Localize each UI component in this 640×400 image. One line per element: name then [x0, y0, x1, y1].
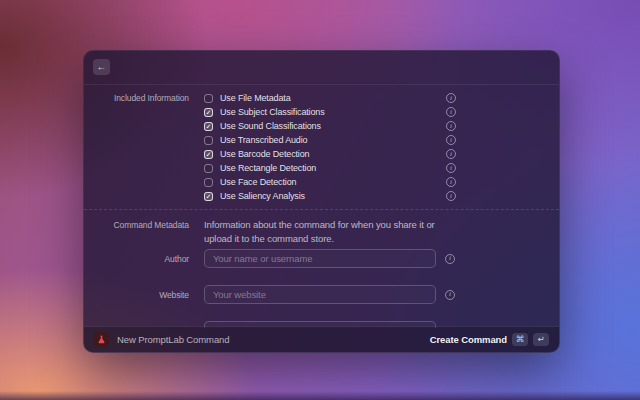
footer-actions: Create Command ⌘ ↵	[430, 333, 549, 346]
header-divider	[84, 84, 559, 85]
info-icon[interactable]: i	[446, 135, 456, 145]
section-divider	[84, 209, 559, 210]
info-glyph: i	[450, 95, 452, 102]
info-icon[interactable]: i	[446, 163, 456, 173]
checkmark-icon: ✓	[206, 123, 212, 130]
info-icon[interactable]: i	[446, 121, 456, 131]
checkbox[interactable]	[204, 164, 213, 173]
checkbox[interactable]: ✓	[204, 150, 213, 159]
desktop-background: ← Included Information Use File Metadata…	[0, 0, 640, 400]
checkmark-icon: ✓	[206, 193, 212, 200]
description-line: upload it to the command store.	[204, 232, 466, 246]
checkbox-row[interactable]: Use Face Detection i	[204, 175, 456, 189]
checkbox-label: Use Saliency Analysis	[220, 191, 446, 201]
info-glyph: i	[450, 165, 452, 172]
checkbox-row[interactable]: Use File Metadata i	[204, 91, 456, 105]
checkbox-row[interactable]: Use Rectangle Detection i	[204, 161, 456, 175]
included-information-group: Use File Metadata i ✓ Use Subject Classi…	[204, 91, 456, 203]
checkbox-row[interactable]: Use Transcribed Audio i	[204, 133, 456, 147]
checkbox-label: Use Face Detection	[220, 177, 446, 187]
info-glyph: i	[450, 193, 452, 200]
command-metadata-description: Information about the command for when y…	[204, 218, 466, 246]
checkbox-label: Use Sound Classifications	[220, 121, 446, 131]
flask-icon	[97, 335, 106, 344]
info-glyph: i	[450, 137, 452, 144]
checkmark-icon: ✓	[206, 151, 212, 158]
return-key-badge: ↵	[533, 333, 549, 346]
command-metadata-label: Command Metadata	[84, 218, 189, 232]
checkbox[interactable]: ✓	[204, 108, 213, 117]
checkbox-label: Use File Metadata	[220, 93, 446, 103]
checkbox-row[interactable]: ✓ Use Saliency Analysis i	[204, 189, 456, 203]
checkbox-label: Use Barcode Detection	[220, 149, 446, 159]
info-icon[interactable]: i	[446, 191, 456, 201]
website-input[interactable]	[204, 285, 436, 304]
info-glyph: i	[450, 123, 452, 130]
info-glyph: i	[450, 179, 452, 186]
info-glyph: i	[450, 109, 452, 116]
website-label: Website	[84, 288, 189, 302]
checkbox-row[interactable]: ✓ Use Barcode Detection i	[204, 147, 456, 161]
info-icon[interactable]: i	[446, 93, 456, 103]
included-information-label: Included Information	[84, 91, 189, 105]
info-glyph: i	[449, 255, 451, 262]
checkbox-row[interactable]: ✓ Use Sound Classifications i	[204, 119, 456, 133]
checkbox[interactable]	[204, 94, 213, 103]
checkbox-row[interactable]: ✓ Use Subject Classifications i	[204, 105, 456, 119]
checkmark-icon: ✓	[206, 109, 212, 116]
author-input[interactable]	[204, 249, 436, 268]
command-key-badge: ⌘	[512, 333, 528, 346]
author-label: Author	[84, 252, 189, 266]
checkbox-label: Use Transcribed Audio	[220, 135, 446, 145]
info-glyph: i	[450, 151, 452, 158]
info-glyph: i	[449, 291, 451, 298]
checkbox-label: Use Rectangle Detection	[220, 163, 446, 173]
info-icon[interactable]: i	[445, 254, 455, 264]
author-field-row: Author i	[84, 249, 456, 268]
checkbox-label: Use Subject Classifications	[220, 107, 446, 117]
info-icon[interactable]: i	[446, 107, 456, 117]
info-icon[interactable]: i	[446, 177, 456, 187]
info-icon[interactable]: i	[445, 290, 455, 300]
create-command-button[interactable]: Create Command	[430, 334, 507, 345]
checkbox[interactable]	[204, 136, 213, 145]
info-icon[interactable]: i	[446, 149, 456, 159]
checkbox[interactable]: ✓	[204, 122, 213, 131]
promptlab-command-window: ← Included Information Use File Metadata…	[83, 50, 560, 353]
command-title: New PromptLab Command	[117, 334, 430, 345]
checkbox[interactable]: ✓	[204, 192, 213, 201]
promptlab-app-badge	[94, 332, 109, 347]
description-line: Information about the command for when y…	[204, 218, 466, 232]
website-field-row: Website i	[84, 285, 456, 304]
checkbox[interactable]	[204, 178, 213, 187]
footer-action-bar: New PromptLab Command Create Command ⌘ ↵	[84, 326, 559, 352]
back-button[interactable]: ←	[93, 59, 110, 75]
back-arrow-icon: ←	[97, 62, 107, 72]
